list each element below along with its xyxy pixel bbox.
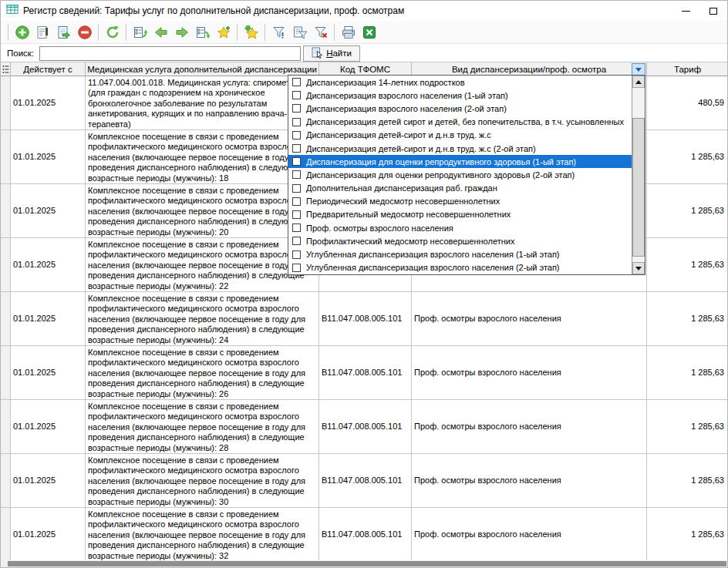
filter-dropdown-item[interactable]: Диспансеризация взрослого населения (2-о… [288, 102, 632, 115]
column-header-tariff[interactable]: Тариф [647, 62, 728, 76]
cell-kind[interactable]: Проф. осмотры взрослого населения [412, 454, 647, 508]
edit-record-button[interactable] [35, 24, 52, 41]
cell-service[interactable]: Комплексное посещение в связи с проведен… [86, 508, 319, 562]
row-marker-cell[interactable] [1, 508, 11, 562]
scrollbar-thumb[interactable] [632, 118, 645, 257]
cell-tfoms-code[interactable]: B11.047.008.005.101 [319, 292, 412, 346]
checkbox[interactable] [292, 104, 301, 113]
cell-kind[interactable]: Проф. осмотры взрослого населения [412, 400, 647, 454]
cell-valid-from[interactable]: 01.01.2025 [11, 76, 86, 130]
cell-valid-from[interactable]: 01.01.2025 [11, 454, 86, 508]
cell-service[interactable]: 11.047.004.001.018. Медицинская услуга: … [86, 76, 319, 130]
cell-kind[interactable]: Проф. осмотры взрослого населения [412, 508, 647, 562]
cell-tariff[interactable]: 1 285,63 [647, 130, 728, 184]
cell-tariff[interactable]: 1 285,63 [647, 238, 728, 292]
scrollbar-track[interactable] [632, 88, 645, 262]
filter-button[interactable] [271, 24, 288, 41]
cell-valid-from[interactable]: 01.01.2025 [11, 130, 86, 184]
table-row[interactable]: 01.01.2025 Комплексное посещение в связи… [1, 454, 728, 508]
cell-valid-from[interactable]: 01.01.2025 [11, 508, 86, 562]
find-button[interactable]: Найти [303, 45, 360, 62]
filter-dropdown-item[interactable]: Диспансеризация для оценки репродуктивно… [288, 168, 632, 181]
filter-dropdown-item[interactable]: Углубленная диспансеризация взрослого на… [288, 247, 632, 260]
detail-form-next-button[interactable] [194, 24, 211, 41]
row-marker-cell[interactable] [1, 76, 11, 130]
row-marker-cell[interactable] [1, 292, 11, 346]
cell-kind[interactable]: Проф. осмотры взрослого населения [412, 292, 647, 346]
cell-tariff[interactable]: 480,59 [647, 76, 728, 130]
cell-valid-from[interactable]: 01.01.2025 [11, 400, 86, 454]
horizontal-scrollbar[interactable] [1, 560, 727, 567]
cell-service[interactable]: Комплексное посещение в связи с проведен… [86, 346, 319, 400]
row-marker-cell[interactable] [1, 130, 11, 184]
search-input[interactable] [39, 46, 301, 61]
column-header-service[interactable]: Медицинская услуга дополнительной диспан… [86, 62, 319, 76]
cell-service[interactable]: Комплексное посещение в связи с проведен… [86, 454, 319, 508]
filter-clear-button[interactable] [312, 24, 329, 41]
cell-tariff[interactable]: 1 285,63 [647, 292, 728, 346]
row-marker-cell[interactable] [1, 400, 11, 454]
cell-tariff[interactable]: 1 285,63 [647, 454, 728, 508]
detail-form-prev-button[interactable] [132, 24, 149, 41]
next-record-button[interactable] [174, 24, 190, 41]
table-row[interactable]: 01.01.2025 Комплексное посещение в связи… [1, 508, 728, 562]
cell-tfoms-code[interactable]: B11.047.008.005.101 [319, 508, 412, 562]
filter-dropdown-item[interactable]: Диспансеризация взрослого населения (1-ы… [288, 89, 632, 102]
checkbox[interactable] [292, 224, 301, 232]
filter-dropdown-item[interactable]: Периодический медосмотр несовершеннолетн… [288, 195, 632, 208]
filter-dropdown-item[interactable]: Диспансеризация 14-летних подростков [288, 76, 632, 89]
checkbox[interactable] [292, 78, 301, 86]
filter-dropdown-item[interactable]: Предварительный медосмотр несовершенноле… [288, 208, 632, 221]
export-excel-button[interactable] [361, 24, 378, 41]
cell-service[interactable]: Комплексное посещение в связи с проведен… [86, 292, 319, 346]
prev-record-button[interactable] [153, 24, 170, 41]
checkbox[interactable] [292, 91, 301, 99]
cell-tfoms-code[interactable]: B11.047.008.005.101 [319, 454, 412, 508]
checkbox[interactable] [292, 250, 301, 259]
filter-dropdown-item[interactable]: Диспансеризация детей-сирот и д.н.в труд… [288, 142, 632, 155]
filter-dropdown-item[interactable]: Диспансеризация для оценки репродуктивно… [288, 155, 632, 168]
filter-dropdown-item[interactable]: Углубленная диспансеризация взрослого на… [288, 261, 632, 274]
column-filter-dropdown-button[interactable] [632, 63, 645, 76]
cell-tariff[interactable]: 1 285,63 [647, 508, 728, 562]
cell-service[interactable]: Комплексное посещение в связи с проведен… [86, 400, 319, 454]
cell-tariff[interactable]: 1 285,63 [647, 184, 728, 238]
filter-custom-button[interactable] [292, 24, 308, 41]
cell-tariff[interactable]: 1 285,63 [647, 346, 728, 400]
table-row[interactable]: 01.01.2025 Комплексное посещение в связи… [1, 292, 728, 346]
filter-dropdown-item[interactable]: Проф. осмотры взрослого населения [288, 221, 632, 234]
cell-valid-from[interactable]: 01.01.2025 [11, 292, 86, 346]
scroll-down-button[interactable] [632, 262, 645, 274]
filter-dropdown-item[interactable]: Диспансеризация детей-сирот и д.н.в труд… [288, 129, 632, 142]
cell-valid-from[interactable]: 01.01.2025 [11, 346, 86, 400]
favorites-add-button[interactable] [215, 24, 232, 41]
table-row[interactable]: 01.01.2025 Комплексное посещение в связи… [1, 400, 728, 454]
row-marker-header[interactable] [1, 62, 11, 76]
cell-service[interactable]: Комплексное посещение в связи с проведен… [86, 238, 319, 292]
checkbox[interactable] [292, 157, 301, 166]
maximize-button[interactable] [699, 1, 727, 21]
cell-kind[interactable]: Проф. осмотры взрослого населения [412, 346, 647, 400]
checkbox[interactable] [292, 170, 301, 179]
filter-dropdown-item[interactable]: Диспансеризация детей сирот и детей, без… [288, 116, 632, 129]
minimize-button[interactable] [672, 1, 699, 21]
cell-service[interactable]: Комплексное посещение в связи с проведен… [86, 130, 319, 184]
filter-dropdown-item[interactable]: Профилактический медосмотр несовершеннол… [288, 234, 632, 247]
row-marker-cell[interactable] [1, 238, 11, 292]
cell-tariff[interactable]: 1 285,63 [647, 400, 728, 454]
checkbox[interactable] [292, 237, 301, 245]
cell-service[interactable]: Комплексное посещение в связи с проведен… [86, 184, 319, 238]
row-marker-cell[interactable] [1, 454, 11, 508]
scroll-up-button[interactable] [632, 76, 645, 88]
horizontal-scrollbar-thumb[interactable] [8, 561, 726, 566]
row-marker-cell[interactable] [1, 346, 11, 400]
cell-valid-from[interactable]: 01.01.2025 [11, 238, 86, 292]
save-record-button[interactable] [56, 24, 72, 41]
checkbox[interactable] [292, 264, 301, 272]
checkbox[interactable] [292, 131, 301, 139]
checkbox[interactable] [292, 144, 301, 153]
checkbox[interactable] [292, 197, 301, 206]
filter-dropdown-item[interactable]: Дополнительная диспансеризация раб. граж… [288, 182, 632, 195]
delete-record-button[interactable] [76, 24, 93, 41]
refresh-button[interactable] [104, 24, 121, 41]
